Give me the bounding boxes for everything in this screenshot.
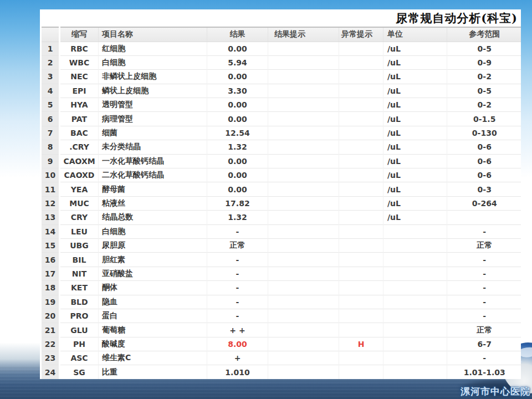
reference-range-cell: 正常	[447, 238, 521, 252]
item-name-cell: 红细胞	[99, 42, 207, 55]
unit-cell	[383, 309, 447, 323]
row-number: 8	[41, 140, 60, 154]
table-row: 15UBG尿胆原正常正常	[41, 238, 521, 252]
unit-cell	[383, 267, 447, 280]
abbr-cell: BLD	[60, 295, 99, 309]
row-number: 10	[41, 168, 60, 182]
abbr-cell: CAOXM	[60, 154, 99, 168]
result-cell: -	[207, 224, 268, 238]
table-row: 12MUC粘液丝17.82/uL0-264	[41, 196, 521, 210]
result-cell: -	[207, 295, 268, 309]
item-name-cell: 维生素C	[99, 351, 207, 365]
reference-range-cell: 0-5	[447, 84, 521, 98]
abbr-cell: BAC	[60, 126, 99, 140]
result-hint-cell	[268, 351, 339, 365]
abbr-cell: CRY	[60, 211, 99, 224]
unit-cell: /uL	[383, 154, 447, 168]
result-cell: 12.54	[207, 126, 268, 140]
result-hint-cell	[268, 140, 339, 154]
result-hint-cell	[268, 196, 339, 210]
abbr-cell: RBC	[60, 42, 99, 55]
item-name-cell: 未分类结晶	[99, 140, 207, 154]
item-name-cell: 白细胞	[99, 55, 207, 69]
unit-cell	[383, 323, 447, 337]
table-row: 10CAOXD二水化草酸钙结晶0.00/uL0-6	[41, 168, 521, 182]
reference-range-cell: 0-6	[447, 154, 521, 168]
table-row: 23ASC维生素C+-	[41, 351, 521, 365]
item-name-cell: 二水化草酸钙结晶	[99, 168, 207, 182]
result-cell: -	[207, 281, 268, 295]
row-number: 14	[41, 224, 60, 238]
abbr-cell: PAT	[60, 112, 99, 126]
result-cell: 0.00	[207, 154, 268, 168]
abnormal-hint-cell	[339, 253, 383, 267]
unit-cell	[383, 337, 447, 351]
item-name-cell: 亚硝酸盐	[99, 267, 207, 280]
table-row: 8.CRY未分类结晶1.32/uL0-6	[41, 140, 521, 154]
header-abnormal-hint: 异常提示	[339, 27, 383, 42]
unit-cell: /uL	[383, 182, 447, 196]
table-row: 16BIL胆红素--	[41, 253, 521, 267]
table-row: 5HYA透明管型0.00/uL0-2	[41, 98, 521, 112]
result-cell: 1.010	[207, 365, 268, 379]
table-row: 3NEC非鳞状上皮细胞0.00/uL0-2	[41, 70, 521, 84]
result-cell: + +	[207, 323, 268, 337]
report-panel: 尿常规自动分析(科宝) 缩写 项目名称 结果 结果提示 异常提示 单位 参考范围…	[40, 9, 521, 379]
reference-range-cell: -	[447, 267, 521, 280]
result-hint-cell	[268, 154, 339, 168]
item-name-cell: 结晶总数	[99, 211, 207, 224]
table-row: 24SG比重1.0101.01-1.03	[41, 365, 521, 379]
result-hint-cell	[268, 55, 339, 69]
result-hint-cell	[268, 281, 339, 295]
result-hint-cell	[268, 323, 339, 337]
result-hint-cell	[268, 98, 339, 112]
abnormal-hint-cell	[339, 196, 383, 210]
reference-range-cell: 0-3	[447, 182, 521, 196]
reference-range-cell: -	[447, 295, 521, 309]
result-hint-cell	[268, 84, 339, 98]
table-row: 11YEA酵母菌0.00/uL0-3	[41, 182, 521, 196]
abbr-cell: KET	[60, 281, 99, 295]
result-cell: 0.00	[207, 70, 268, 84]
unit-cell	[383, 295, 447, 309]
item-name-cell: 白细胞	[99, 224, 207, 238]
item-name-cell: 酸碱度	[99, 337, 207, 351]
item-name-cell: 隐血	[99, 295, 207, 309]
result-hint-cell	[268, 211, 339, 224]
item-name-cell: 葡萄糖	[99, 323, 207, 337]
result-hint-cell	[268, 112, 339, 126]
results-table: 缩写 项目名称 结果 结果提示 异常提示 单位 参考范围 1RBC红细胞0.00…	[40, 27, 521, 379]
result-hint-cell	[268, 224, 339, 238]
unit-cell: /uL	[383, 126, 447, 140]
result-cell: -	[207, 267, 268, 280]
result-hint-cell	[268, 42, 339, 55]
unit-cell: /uL	[383, 84, 447, 98]
row-number: 16	[41, 253, 60, 267]
reference-range-cell: 0-5	[447, 42, 521, 55]
abnormal-hint-cell	[339, 84, 383, 98]
abbr-cell: HYA	[60, 98, 99, 112]
row-number: 2	[41, 55, 60, 69]
unit-cell: /uL	[383, 196, 447, 210]
item-name-cell: 尿胆原	[99, 238, 207, 252]
abbr-cell: EPI	[60, 84, 99, 98]
result-hint-cell	[268, 70, 339, 84]
abbr-cell: PH	[60, 337, 99, 351]
reference-range-cell: -	[447, 351, 521, 365]
row-number: 5	[41, 98, 60, 112]
abnormal-hint-cell	[339, 126, 383, 140]
abnormal-hint-cell	[339, 112, 383, 126]
row-number: 4	[41, 84, 60, 98]
hospital-watermark: 漯河市中心医院	[461, 385, 530, 398]
header-reference-range: 参考范围	[447, 27, 521, 42]
result-cell: 0.00	[207, 168, 268, 182]
abnormal-hint-cell	[339, 154, 383, 168]
row-number: 12	[41, 196, 60, 210]
abbr-cell: YEA	[60, 182, 99, 196]
unit-cell	[383, 281, 447, 295]
unit-cell: /uL	[383, 42, 447, 55]
report-title: 尿常规自动分析(科宝)	[40, 9, 521, 27]
unit-cell: /uL	[383, 168, 447, 182]
abnormal-hint-cell	[339, 351, 383, 365]
result-hint-cell	[268, 267, 339, 280]
